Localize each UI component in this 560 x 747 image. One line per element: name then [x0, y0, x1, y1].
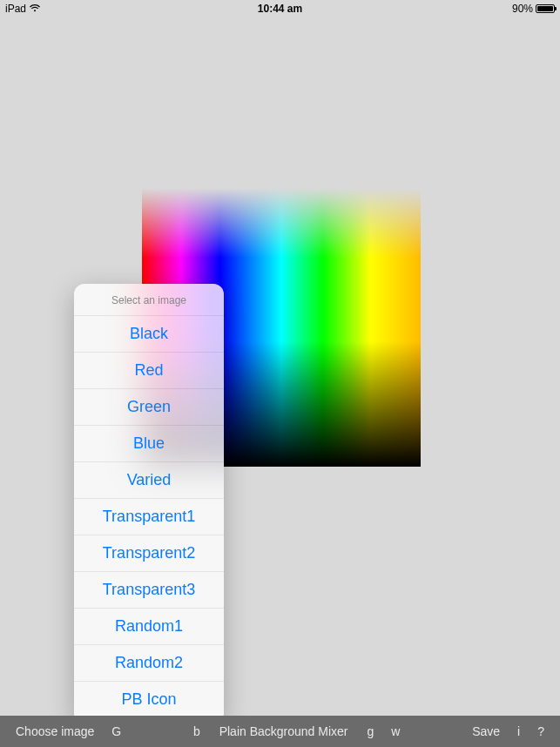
g-lower-button[interactable]: g [359, 724, 383, 738]
wifi-icon [30, 3, 40, 15]
b-button[interactable]: b [185, 724, 209, 738]
toolbar-title: Plain Background Mixer [209, 724, 359, 738]
popover-item-red[interactable]: Red [74, 353, 224, 389]
popover-item-green[interactable]: Green [74, 389, 224, 426]
save-button[interactable]: Save [463, 724, 509, 738]
g-upper-button[interactable]: G [103, 724, 130, 738]
battery-fill [537, 6, 553, 11]
battery-icon [536, 4, 555, 13]
info-button[interactable]: i [509, 724, 529, 738]
popover-item-varied[interactable]: Varied [74, 462, 224, 499]
popover-item-pb-icon[interactable]: PB Icon [74, 682, 224, 718]
choose-image-button[interactable]: Choose image [7, 724, 103, 738]
battery-pct: 90% [512, 3, 533, 15]
w-button[interactable]: w [382, 724, 408, 738]
status-left: iPad [5, 3, 40, 15]
status-bar: iPad 10:44 am 90% [0, 0, 560, 17]
popover-item-transparent1[interactable]: Transparent1 [74, 499, 224, 535]
popover-item-random2[interactable]: Random2 [74, 645, 224, 682]
select-image-popover: Select an image Black Red Green Blue Var… [74, 284, 224, 723]
bottom-toolbar: Choose image G b Plain Background Mixer … [0, 716, 560, 747]
help-button[interactable]: ? [529, 724, 553, 738]
popover-item-random1[interactable]: Random1 [74, 609, 224, 645]
popover-item-transparent3[interactable]: Transparent3 [74, 572, 224, 609]
popover-item-black[interactable]: Black [74, 316, 224, 353]
popover-header: Select an image [74, 284, 224, 316]
status-time: 10:44 am [258, 3, 302, 15]
status-right: 90% [512, 3, 555, 15]
popover-item-transparent2[interactable]: Transparent2 [74, 535, 224, 572]
device-label: iPad [5, 3, 26, 15]
popover-item-blue[interactable]: Blue [74, 426, 224, 462]
